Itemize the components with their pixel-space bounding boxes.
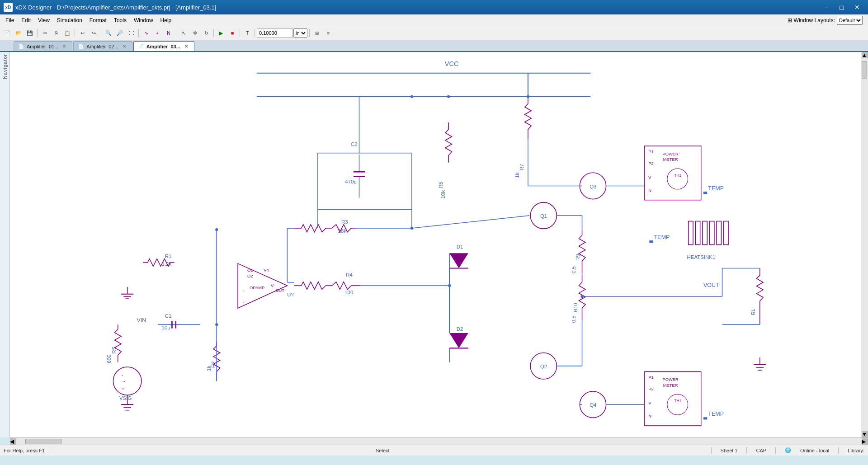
svg-point-142 <box>527 95 529 98</box>
svg-text:R3: R3 <box>341 219 348 225</box>
scroll-up-button[interactable]: ▲ <box>862 52 868 58</box>
scroll-down-button[interactable]: ▼ <box>862 431 868 437</box>
tb-grid-toggle[interactable]: ≡ <box>323 28 334 38</box>
tb-sep-1 <box>37 29 38 37</box>
title-text: xDX Designer - D:\Projects\Amplifier_ckt… <box>15 4 819 11</box>
svg-text:0.5: 0.5 <box>571 266 576 273</box>
zoom-value-input[interactable] <box>257 28 293 38</box>
svg-text:METER: METER <box>663 157 678 162</box>
svg-text:P2: P2 <box>648 387 653 391</box>
menu-file[interactable]: File <box>2 16 18 25</box>
tb-zoom-in[interactable]: 🔍 <box>103 28 114 38</box>
svg-text:N: N <box>648 414 651 418</box>
svg-text:POWER: POWER <box>662 152 679 156</box>
svg-text:HEATSINK1: HEATSINK1 <box>687 254 716 260</box>
svg-text:TEMP: TEMP <box>708 411 724 417</box>
svg-text:0.5: 0.5 <box>571 315 576 323</box>
tb-new[interactable]: 📄 <box>2 28 13 38</box>
tb-sep-5 <box>176 29 176 37</box>
svg-text:470p: 470p <box>345 179 356 184</box>
connection-text: Online - local <box>800 448 829 453</box>
hscroll-thumb[interactable] <box>25 439 61 444</box>
tb-cut[interactable]: ✂ <box>39 28 50 38</box>
svg-text:VSIG: VSIG <box>119 395 132 401</box>
scroll-thumb[interactable] <box>862 61 867 79</box>
menu-tools[interactable]: Tools <box>110 16 130 25</box>
tb-paste[interactable]: 📋 <box>62 28 73 38</box>
status-sep-4 <box>775 447 776 454</box>
menu-format[interactable]: Format <box>86 16 110 25</box>
svg-text:TEMP: TEMP <box>654 234 670 240</box>
tab-amplifier-02-label: Amplifier_02... <box>86 44 118 49</box>
connection-icon: 🌐 <box>785 447 791 453</box>
tb-undo[interactable]: ↩ <box>77 28 88 38</box>
statusbar: For Help, press F1 Select Sheet 1 CAP 🌐 … <box>0 445 868 456</box>
tb-grid[interactable]: ⊞ <box>311 28 322 38</box>
window-layouts-label: Window Layouts: <box>794 17 835 23</box>
zoom-unit-select[interactable]: in <box>293 28 307 38</box>
svg-text:VCC: VCC <box>445 60 459 67</box>
right-scrollbar[interactable]: ▲ ▼ <box>861 52 868 437</box>
tb-select[interactable]: ↖ <box>178 28 189 38</box>
svg-text:VIN: VIN <box>137 317 146 324</box>
svg-text:P1: P1 <box>648 375 653 380</box>
tab-amplifier-01[interactable]: 📄 Amplifier_01... ✕ <box>14 41 72 51</box>
minimize-button[interactable]: – <box>819 1 834 14</box>
svg-text:D2: D2 <box>457 326 463 332</box>
tb-add-part[interactable]: + <box>152 28 163 38</box>
svg-text:1k: 1k <box>514 172 520 178</box>
tb-rotate[interactable]: ↻ <box>201 28 212 38</box>
svg-text:C1: C1 <box>165 313 172 319</box>
tb-add-wire[interactable]: ∿ <box>141 28 151 38</box>
app-icon: xD <box>4 3 13 12</box>
svg-text:Q2: Q2 <box>540 364 547 369</box>
titlebar: xD xDX Designer - D:\Projects\Amplifier_… <box>0 0 868 14</box>
scroll-left-button[interactable]: ◀ <box>10 438 16 445</box>
scroll-track <box>16 438 862 445</box>
tb-stop-sim[interactable]: ■ <box>227 28 238 38</box>
tab-amplifier-03-close[interactable]: ✕ <box>183 43 189 50</box>
svg-text:10u: 10u <box>162 325 170 330</box>
menu-edit[interactable]: Edit <box>18 16 34 25</box>
toolbars: 📄 📂 💾 ✂ ⎘ 📋 ↩ ↪ 🔍 🔎 ⛶ ∿ + N ↖ ✥ ↻ ▶ ■ T … <box>0 26 868 40</box>
menu-simulation[interactable]: Simulation <box>53 16 86 25</box>
menu-help[interactable]: Help <box>157 16 175 25</box>
tab-amplifier-03[interactable]: 📄 Amplifier_03... ✕ <box>133 41 194 51</box>
tb-run-sim[interactable]: ▶ <box>216 28 226 38</box>
tb-sep-6 <box>213 29 214 37</box>
svg-text:N: N <box>648 188 651 193</box>
tb-redo[interactable]: ↪ <box>88 28 99 38</box>
sheet-text: Sheet 1 <box>721 448 738 453</box>
scroll-right-button[interactable]: ▶ <box>862 438 868 445</box>
restore-button[interactable]: ◻ <box>835 1 849 14</box>
close-button[interactable]: ✕ <box>850 1 864 14</box>
menu-window[interactable]: Window <box>130 16 157 25</box>
svg-text:V-: V- <box>271 283 275 288</box>
svg-text:1k: 1k <box>206 366 212 371</box>
bottom-scrollbar[interactable]: ◀ ▶ <box>10 437 868 445</box>
tab-amplifier-02[interactable]: 📄 Amplifier_02... ✕ <box>73 41 132 51</box>
tb-text[interactable]: T <box>242 28 253 38</box>
tab-amplifier-02-close[interactable]: ✕ <box>121 43 127 50</box>
tb-zoom-out[interactable]: 🔎 <box>114 28 125 38</box>
window-layouts-select[interactable]: Default <box>837 16 863 25</box>
tb-sep-7 <box>240 29 240 37</box>
svg-text:+: + <box>243 300 245 305</box>
tab-amplifier-01-close[interactable]: ✕ <box>61 43 67 50</box>
svg-point-138 <box>215 323 218 326</box>
tb-save[interactable]: 💾 <box>24 28 35 38</box>
svg-text:R2: R2 <box>211 361 216 368</box>
tb-open[interactable]: 📂 <box>13 28 24 38</box>
menu-view[interactable]: View <box>34 16 53 25</box>
svg-text:RS: RS <box>111 347 117 354</box>
tb-copy[interactable]: ⎘ <box>51 28 61 38</box>
tb-move[interactable]: ✥ <box>189 28 200 38</box>
svg-text:Q3: Q3 <box>590 184 596 189</box>
svg-point-141 <box>580 295 583 298</box>
tb-sep-2 <box>75 29 75 37</box>
tb-zoom-fit[interactable]: ⛶ <box>126 28 137 38</box>
svg-text:Q1: Q1 <box>540 213 547 219</box>
tb-add-net[interactable]: N <box>163 28 174 38</box>
mode-text: Select <box>63 448 702 453</box>
schematic-canvas[interactable]: VCC ~ + - VSIG RS 600 VIN C1 10u <box>10 52 861 437</box>
